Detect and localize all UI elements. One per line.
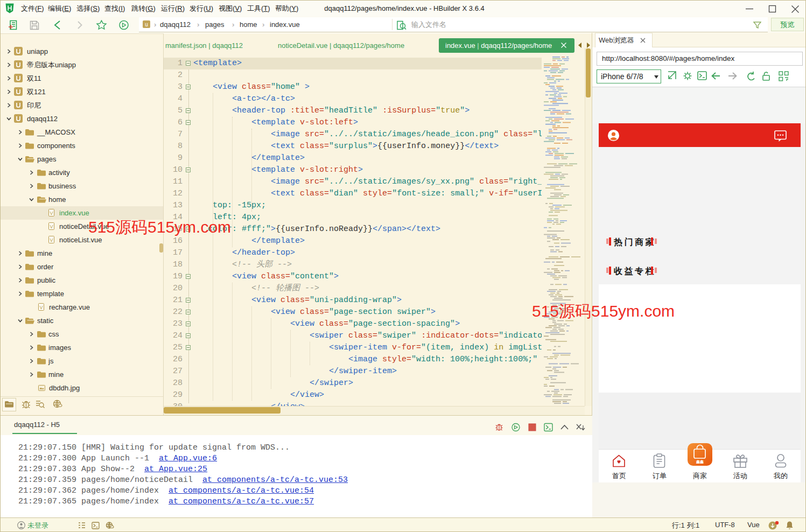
svg-text:V: V — [50, 223, 53, 229]
svg-text:V: V — [50, 237, 53, 242]
svg-text:V: V — [39, 304, 43, 310]
svg-text:鑫鑫: 鑫鑫 — [696, 460, 704, 464]
svg-text:u: u — [145, 22, 148, 27]
svg-text:V: V — [50, 210, 53, 215]
